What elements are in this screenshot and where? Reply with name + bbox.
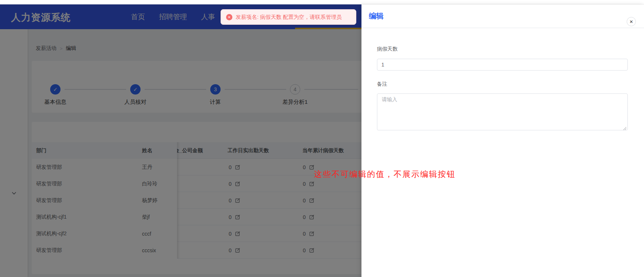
remark-label: 备注 (377, 81, 628, 88)
drawer-header: 编辑 ✕ (361, 4, 644, 28)
toast-message: 发薪项名: 病假天数 配置为空，请联系管理员 (236, 14, 342, 21)
close-icon: ✕ (629, 19, 633, 24)
sick-days-input[interactable] (377, 59, 628, 71)
drawer-body: 病假天数 备注 (361, 28, 644, 130)
error-circle-icon: ✕ (226, 14, 232, 20)
modal-overlay[interactable] (0, 4, 361, 277)
close-button[interactable]: ✕ (627, 17, 636, 26)
drawer-title: 编辑 (369, 11, 384, 21)
edit-drawer: 编辑 ✕ 病假天数 备注 (361, 4, 644, 277)
sick-days-label: 病假天数 (377, 46, 628, 52)
annotation-text: 这些不可编辑的值，不展示编辑按钮 (314, 169, 456, 180)
error-toast: ✕ 发薪项名: 病假天数 配置为空，请联系管理员 (221, 9, 356, 25)
textarea-resize-handle[interactable] (623, 125, 627, 129)
browser-top-strip (0, 0, 644, 4)
remark-field (377, 93, 628, 130)
remark-textarea[interactable] (377, 93, 628, 130)
